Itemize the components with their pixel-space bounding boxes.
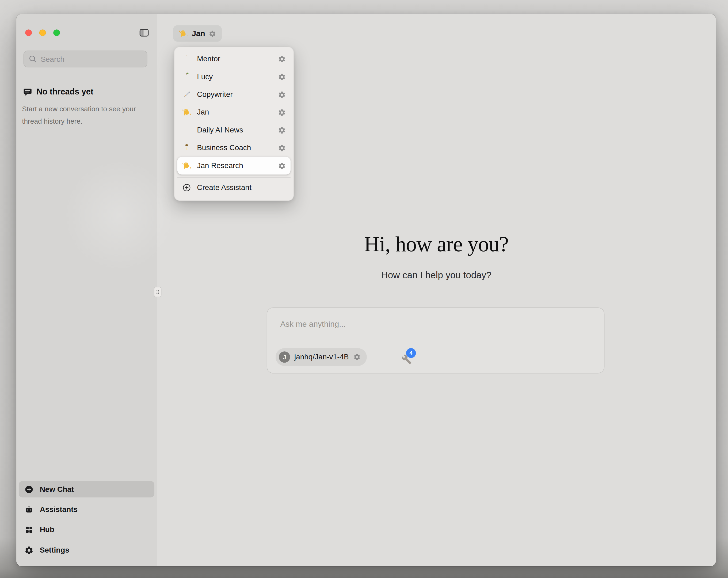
assistant-selector-button[interactable]: Jan bbox=[173, 25, 222, 42]
assistants-robot-icon bbox=[24, 505, 34, 514]
gear-icon[interactable] bbox=[278, 144, 286, 152]
assistant-menu-item-mentor[interactable]: Mentor bbox=[177, 50, 290, 68]
minimize-window-button[interactable] bbox=[39, 29, 46, 36]
chat-bubble-icon bbox=[23, 87, 32, 97]
pencil-icon bbox=[182, 90, 191, 99]
assistant-menu-item-copywriter[interactable]: Copywriter bbox=[177, 85, 290, 103]
sidebar-toggle-icon[interactable] bbox=[138, 27, 150, 38]
empty-state-description: Start a new conversation to see your thr… bbox=[22, 103, 141, 127]
sidebar-item-label: Assistants bbox=[40, 505, 78, 513]
money-bag-icon bbox=[182, 143, 191, 153]
assistant-menu-item-label: Mentor bbox=[197, 55, 272, 63]
close-window-button[interactable] bbox=[25, 29, 31, 36]
tools-count-badge: 4 bbox=[406, 348, 416, 358]
wave-hand-icon bbox=[182, 161, 191, 171]
assistant-menu-item-label: Business Coach bbox=[197, 144, 272, 152]
chat-composer: J janhq/Jan-v1-4B 4 bbox=[267, 307, 605, 374]
create-assistant-label: Create Assistant bbox=[197, 183, 286, 192]
greeting-subtitle: How can I help you today? bbox=[157, 270, 716, 281]
model-name: janhq/Jan-v1-4B bbox=[294, 353, 349, 361]
assistant-menu-item-label: Jan bbox=[197, 108, 272, 117]
sidebar-item-hub[interactable]: Hub bbox=[19, 521, 154, 537]
assistant-menu-item-label: Daily AI News bbox=[197, 126, 272, 134]
assistant-menu-item-jan-research[interactable]: Jan Research bbox=[177, 157, 290, 174]
yellow-circle-icon bbox=[182, 126, 191, 135]
assistant-menu-item-lucy[interactable]: Lucy bbox=[177, 68, 290, 85]
gear-icon[interactable] bbox=[278, 55, 286, 63]
gear-icon[interactable] bbox=[278, 108, 286, 117]
wave-hand-icon bbox=[182, 107, 191, 117]
plus-circle-outline-icon bbox=[182, 183, 191, 193]
hub-grid-icon bbox=[24, 525, 34, 534]
new-chat-plus-icon bbox=[24, 485, 34, 494]
chat-input[interactable] bbox=[279, 319, 586, 329]
assistant-menu-item-daily-ai-news[interactable]: Daily AI News bbox=[177, 121, 290, 139]
apple-icon bbox=[182, 72, 191, 81]
main-area: Jan Mentor Lucy Copywriter bbox=[157, 14, 716, 566]
search-field bbox=[23, 51, 147, 68]
assistant-menu-item-label: Jan Research bbox=[197, 161, 272, 170]
gear-icon[interactable] bbox=[278, 73, 286, 81]
gear-icon[interactable] bbox=[278, 126, 286, 134]
tools-button[interactable]: 4 bbox=[401, 354, 412, 365]
gear-icon[interactable] bbox=[353, 353, 360, 361]
gear-icon[interactable] bbox=[278, 91, 286, 99]
sidebar-item-settings[interactable]: Settings bbox=[19, 542, 154, 558]
settings-gear-icon bbox=[24, 545, 34, 555]
create-assistant-button[interactable]: Create Assistant bbox=[177, 177, 290, 198]
empty-state-title: No threads yet bbox=[36, 87, 94, 97]
gear-icon[interactable] bbox=[278, 161, 286, 170]
orange-icon bbox=[182, 54, 191, 64]
search-icon bbox=[28, 54, 37, 64]
assistant-menu-item-jan[interactable]: Jan bbox=[177, 103, 290, 121]
assistant-menu: Mentor Lucy Copywriter Jan bbox=[174, 47, 294, 201]
empty-state-header: No threads yet bbox=[23, 87, 94, 97]
desktop: No threads yet Start a new conversation … bbox=[0, 0, 728, 578]
wave-hand-icon bbox=[179, 29, 188, 38]
model-avatar: J bbox=[279, 351, 290, 362]
sidebar-item-label: Hub bbox=[40, 525, 54, 534]
model-selector-button[interactable]: J janhq/Jan-v1-4B bbox=[276, 348, 367, 366]
assistant-menu-item-label: Copywriter bbox=[197, 91, 272, 99]
assistant-menu-item-business-coach[interactable]: Business Coach bbox=[177, 139, 290, 156]
greeting-title: Hi, how are you? bbox=[157, 232, 716, 257]
assistant-name: Jan bbox=[192, 29, 205, 38]
zoom-window-button[interactable] bbox=[53, 29, 60, 36]
app-window: No threads yet Start a new conversation … bbox=[16, 14, 716, 566]
sidebar-resize-handle[interactable] bbox=[154, 287, 161, 297]
sidebar-item-assistants[interactable]: Assistants bbox=[19, 501, 154, 518]
assistant-menu-item-label: Lucy bbox=[197, 73, 272, 81]
gear-icon[interactable] bbox=[209, 30, 216, 37]
sidebar-item-new-chat[interactable]: New Chat bbox=[19, 481, 154, 498]
sidebar-item-label: New Chat bbox=[40, 485, 74, 494]
sidebar-item-label: Settings bbox=[40, 546, 69, 554]
sidebar: No threads yet Start a new conversation … bbox=[16, 14, 157, 566]
search-input[interactable] bbox=[40, 51, 145, 68]
